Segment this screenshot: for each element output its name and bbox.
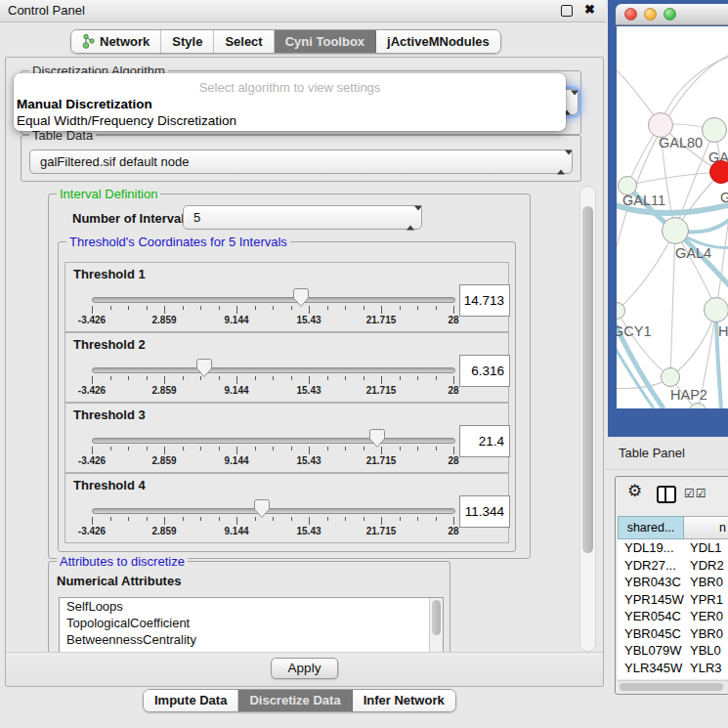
scrollbar-thumb[interactable] [432, 600, 441, 635]
tick-mark [309, 447, 310, 454]
tick-mark [219, 306, 220, 310]
tick-mark [381, 447, 382, 454]
table-row[interactable]: YPR145WYPR1 [618, 591, 728, 609]
threshold-slider-thumb[interactable] [293, 288, 309, 307]
table-row[interactable]: YER054CYER0 [618, 608, 728, 625]
table-row[interactable]: YBL079WYBL0 [618, 642, 728, 660]
threshold-panel: Threshold 3 21.4 -3.4262.8599.14415.4321… [64, 403, 509, 473]
threshold-value-field[interactable]: 14.713 [459, 284, 510, 317]
table-panel-title: Table Panel [619, 446, 685, 460]
select-columns-checkbox-icons[interactable]: ☑☑ [684, 487, 707, 500]
table-row[interactable]: YBR043CYBR0 [618, 574, 728, 591]
table-data-combobox[interactable]: galFiltered.sif default node [29, 150, 573, 174]
network-node-h[interactable] [704, 297, 728, 322]
threshold-value-field[interactable]: 21.4 [459, 425, 510, 457]
control-panel: Control Panel ✖ Network Style Se [0, 0, 606, 728]
table-row[interactable]: YLR345WYLR3 [618, 660, 728, 677]
column-header-name[interactable]: n [684, 516, 728, 539]
table-row[interactable]: YDL19...YDL1 [618, 539, 728, 557]
cell-name: YIL0 [690, 677, 716, 679]
tab-cyni-toolbox[interactable]: Cyni Toolbox [275, 30, 376, 53]
tab-impute-data[interactable]: Impute Data [144, 690, 238, 711]
tick-mark [400, 517, 401, 521]
table-row[interactable]: YBR045CYBR0 [618, 625, 728, 643]
tick-mark [291, 517, 292, 521]
tab-discretize-data[interactable]: Discretize Data [238, 690, 352, 711]
float-window-icon[interactable] [561, 5, 573, 17]
node-label: HAP2 [670, 387, 707, 403]
dropdown-item-manual-discretization[interactable]: Manual Discretization [17, 97, 152, 111]
tick-mark [200, 447, 201, 450]
zoom-traffic-light-icon[interactable] [664, 8, 676, 21]
num-intervals-combobox[interactable]: 5 [183, 205, 422, 230]
table-horizontal-scrollbar[interactable] [618, 680, 728, 693]
tick-mark [327, 376, 328, 380]
threshold-slider-track[interactable] [92, 367, 455, 373]
gear-icon[interactable]: ⚙ [627, 483, 642, 499]
scrollbar-thumb[interactable] [582, 206, 593, 553]
close-icon[interactable]: ✖ [584, 2, 595, 17]
tick-mark [255, 306, 256, 310]
tab-jactivemnodules[interactable]: jActiveMNodules [376, 30, 500, 53]
network-node-gal4[interactable] [662, 217, 689, 244]
tick-mark [128, 306, 129, 310]
tick-mark [327, 447, 328, 450]
attribute-list-item[interactable]: TopologicalCoefficient [60, 615, 443, 631]
tick-mark [417, 447, 418, 450]
threshold-slider-thumb[interactable] [196, 359, 212, 377]
scrollbar-thumb[interactable] [620, 683, 723, 691]
table-data-group: Table Data galFiltered.sif default node [21, 135, 581, 182]
tick-mark [255, 376, 256, 380]
table-panel-header: Table Panel [606, 437, 728, 470]
close-traffic-light-icon[interactable] [624, 8, 637, 21]
tick-mark [128, 447, 129, 450]
tick-mark [345, 447, 346, 450]
tick-mark [436, 306, 437, 310]
tick-mark [219, 447, 220, 450]
tab-style[interactable]: Style [161, 30, 214, 53]
network-node-g[interactable] [709, 160, 728, 184]
cell-shared-name: YDR27... [624, 558, 676, 573]
settings-vertical-scrollbar[interactable] [579, 186, 596, 652]
threshold-slider-track[interactable] [92, 438, 455, 444]
num-intervals-label: Number of Intervals [72, 211, 192, 226]
attributes-list-scrollbar[interactable] [429, 598, 443, 652]
tab-infer-network[interactable]: Infer Network [353, 690, 455, 711]
apply-row: Apply [6, 652, 603, 686]
threshold-value-field[interactable]: 11.344 [459, 495, 510, 528]
dropdown-item-equal-width-frequency[interactable]: Equal Width/Frequency Discretization [17, 113, 236, 128]
scale-tick-label: -3.426 [78, 455, 106, 466]
tick-mark [147, 306, 148, 310]
network-window-titlebar[interactable] [616, 4, 728, 25]
threshold-slider-track[interactable] [92, 297, 455, 303]
tab-select[interactable]: Select [214, 30, 274, 53]
tick-mark [164, 517, 165, 525]
cell-name: YER0 [690, 609, 723, 623]
tick-mark [273, 376, 274, 380]
dropdown-hint-item: Select algorithm to view settings [14, 80, 566, 95]
tick-mark [183, 306, 184, 310]
threshold-slider-thumb[interactable] [254, 499, 270, 518]
tick-mark [236, 517, 237, 525]
threshold-label: Threshold 1 [73, 267, 146, 281]
tick-mark [92, 306, 93, 314]
interval-definition-group: Interval Definition Number of Intervals … [48, 193, 531, 559]
column-header-shared-name[interactable]: shared... [618, 516, 684, 539]
minimize-traffic-light-icon[interactable] [644, 8, 657, 21]
tick-mark [417, 376, 418, 380]
threshold-slider-thumb[interactable] [369, 429, 385, 448]
apply-button[interactable]: Apply [271, 658, 339, 679]
threshold-slider-track[interactable] [92, 508, 455, 514]
split-columns-icon[interactable] [657, 486, 676, 503]
network-node-hap2[interactable] [661, 367, 680, 387]
threshold-value-field[interactable]: 6.316 [459, 355, 510, 387]
attribute-list-item[interactable]: BetweennessCentrality [60, 631, 443, 648]
attribute-list-item[interactable]: SelfLoops [60, 598, 443, 615]
tick-mark [291, 447, 292, 450]
table-row[interactable]: YIL052CYIL0 [618, 676, 728, 679]
tick-mark [164, 376, 165, 384]
network-node-ga[interactable] [702, 117, 727, 143]
tab-network[interactable]: Network [71, 30, 161, 53]
network-canvas[interactable]: GAL80GAGGAL11GAL4GCY1HHAP2 [617, 26, 728, 408]
table-row[interactable]: YDR27...YDR2 [618, 557, 728, 575]
